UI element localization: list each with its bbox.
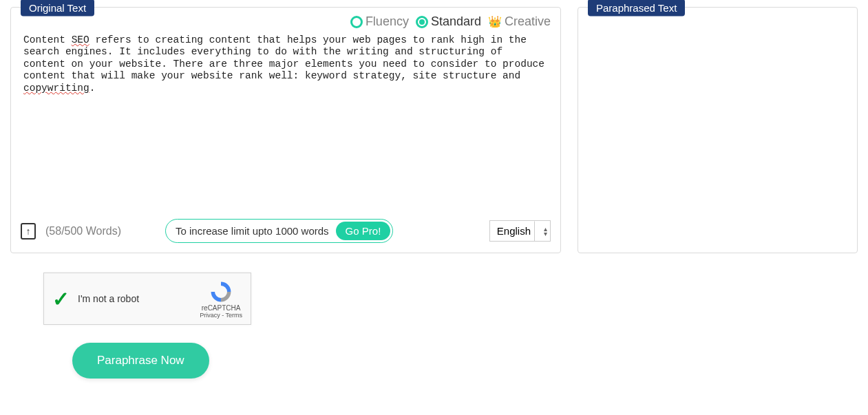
- mode-creative-label: Creative: [505, 14, 551, 29]
- text-segment: .: [89, 83, 96, 94]
- mode-standard[interactable]: Standard: [416, 14, 481, 29]
- word-count: (58/500 Words): [45, 225, 121, 237]
- mode-standard-label: Standard: [431, 14, 481, 29]
- mode-creative[interactable]: 👑 Creative: [488, 14, 551, 29]
- language-dropdown[interactable]: English ▴▾: [489, 220, 551, 242]
- spellcheck-underline: copywriting: [23, 83, 89, 94]
- paraphrase-now-button[interactable]: Paraphrase Now: [72, 343, 209, 379]
- bottom-toolbar: (58/500 Words) To increase limit upto 10…: [11, 212, 560, 253]
- spellcheck-underline: SEO: [72, 34, 89, 45]
- text-segment: refers to creating content that helps yo…: [23, 34, 544, 81]
- language-value: English: [497, 225, 531, 237]
- recaptcha-logo-icon: [209, 279, 233, 304]
- mode-fluency[interactable]: Fluency: [350, 14, 409, 29]
- original-text-label: Original Text: [21, 0, 94, 17]
- recaptcha-text: I'm not a robot: [78, 293, 191, 304]
- crown-icon: 👑: [488, 15, 502, 28]
- recaptcha-widget[interactable]: ✓ I'm not a robot reCAPTCHA Privacy - Te…: [43, 273, 251, 325]
- go-pro-button[interactable]: Go Pro!: [336, 222, 391, 240]
- radio-icon-filled: [416, 16, 428, 28]
- dropdown-arrows-icon: ▴▾: [544, 226, 547, 236]
- paraphrased-text-panel: Paraphrased Text: [578, 7, 858, 253]
- mode-fluency-label: Fluency: [366, 14, 409, 29]
- paraphrased-text-label: Paraphrased Text: [588, 0, 685, 17]
- radio-icon-empty: [350, 16, 363, 28]
- original-text-panel: Original Text Fluency Standard 👑 Creativ…: [10, 7, 561, 253]
- recaptcha-brand-text: reCAPTCHA: [202, 304, 241, 312]
- pro-pill-text: To increase limit upto 1000 words: [176, 225, 329, 237]
- recaptcha-branding: reCAPTCHA Privacy - Terms: [200, 279, 242, 319]
- go-pro-pill: To increase limit upto 1000 words Go Pro…: [165, 219, 393, 243]
- text-segment: Content: [23, 34, 72, 45]
- checkmark-icon: ✓: [52, 287, 70, 311]
- recaptcha-links[interactable]: Privacy - Terms: [200, 312, 242, 319]
- original-text-textarea[interactable]: Content SEO refers to creating content t…: [11, 33, 560, 212]
- upload-icon[interactable]: [21, 223, 36, 240]
